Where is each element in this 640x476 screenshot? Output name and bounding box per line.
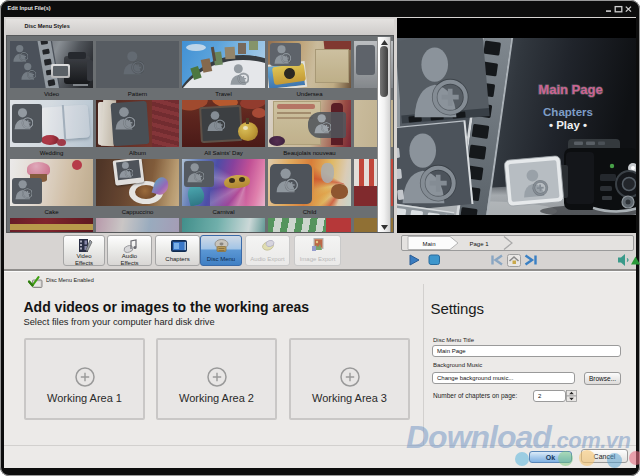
svg-text:Page 1: Page 1	[469, 241, 489, 247]
svg-text:Chapters: Chapters	[543, 106, 593, 118]
svg-text:Main Page: Main Page	[538, 82, 602, 97]
svg-text:• Play •: • Play •	[549, 119, 587, 131]
svg-text:Main: Main	[422, 241, 435, 247]
